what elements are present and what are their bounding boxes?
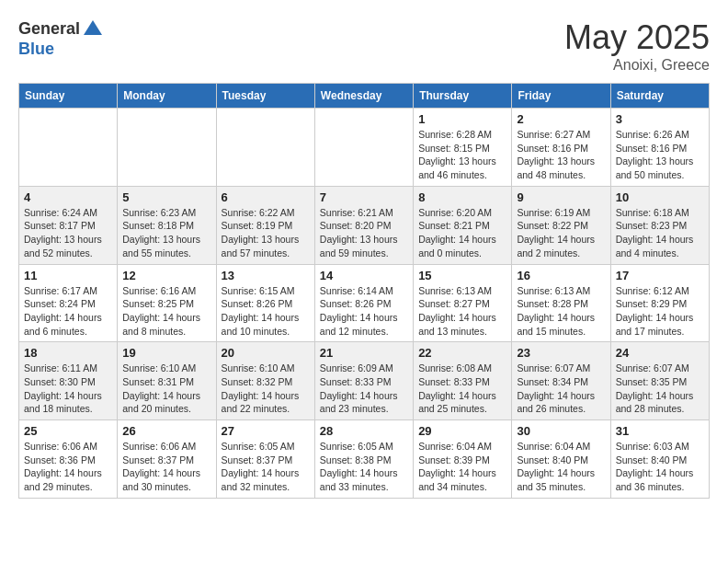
logo: General Blue (18, 18, 104, 59)
day-info: Sunrise: 6:03 AMSunset: 8:40 PMDaylight:… (616, 440, 704, 494)
day-info: Sunrise: 6:10 AMSunset: 8:32 PMDaylight:… (222, 362, 310, 416)
weekday-header-sunday: Sunday (19, 84, 118, 109)
day-number: 4 (24, 190, 112, 204)
day-number: 27 (222, 424, 310, 438)
calendar-cell: 14Sunrise: 6:14 AMSunset: 8:26 PMDayligh… (314, 264, 413, 342)
calendar-week-row: 1Sunrise: 6:28 AMSunset: 8:15 PMDaylight… (19, 109, 710, 187)
calendar-cell: 26Sunrise: 6:06 AMSunset: 8:37 PMDayligh… (118, 420, 216, 499)
day-info: Sunrise: 6:07 AMSunset: 8:35 PMDaylight:… (616, 362, 704, 416)
weekday-header-monday: Monday (118, 84, 216, 109)
calendar-cell: 9Sunrise: 6:19 AMSunset: 8:22 PMDaylight… (512, 186, 610, 264)
page-header: General Blue May 2025 Anoixi, Greece (18, 18, 710, 74)
calendar-cell: 30Sunrise: 6:04 AMSunset: 8:40 PMDayligh… (512, 420, 610, 499)
day-info: Sunrise: 6:16 AMSunset: 8:25 PMDaylight:… (122, 284, 210, 339)
calendar-week-row: 25Sunrise: 6:06 AMSunset: 8:36 PMDayligh… (19, 420, 710, 499)
day-number: 11 (24, 269, 112, 282)
calendar-cell: 6Sunrise: 6:22 AMSunset: 8:19 PMDaylight… (216, 186, 314, 264)
logo-icon (82, 18, 104, 40)
day-info: Sunrise: 6:10 AMSunset: 8:31 PMDaylight:… (122, 362, 210, 416)
weekday-header-wednesday: Wednesday (314, 84, 413, 109)
logo-general-text: General (18, 20, 80, 39)
calendar-cell: 13Sunrise: 6:15 AMSunset: 8:26 PMDayligh… (216, 264, 314, 342)
day-info: Sunrise: 6:09 AMSunset: 8:33 PMDaylight:… (320, 362, 408, 416)
calendar-cell: 4Sunrise: 6:24 AMSunset: 8:17 PMDaylight… (19, 186, 118, 264)
calendar-week-row: 18Sunrise: 6:11 AMSunset: 8:30 PMDayligh… (19, 342, 710, 420)
day-number: 17 (616, 269, 704, 282)
day-info: Sunrise: 6:05 AMSunset: 8:38 PMDaylight:… (320, 440, 408, 494)
day-info: Sunrise: 6:17 AMSunset: 8:24 PMDaylight:… (24, 284, 112, 339)
calendar-cell: 18Sunrise: 6:11 AMSunset: 8:30 PMDayligh… (19, 342, 118, 420)
calendar-cell: 10Sunrise: 6:18 AMSunset: 8:23 PMDayligh… (610, 186, 709, 264)
weekday-header-saturday: Saturday (610, 84, 709, 109)
calendar-cell: 17Sunrise: 6:12 AMSunset: 8:29 PMDayligh… (610, 264, 709, 342)
calendar-week-row: 4Sunrise: 6:24 AMSunset: 8:17 PMDaylight… (19, 186, 710, 264)
day-number: 14 (320, 269, 408, 282)
day-info: Sunrise: 6:04 AMSunset: 8:40 PMDaylight:… (517, 440, 605, 494)
calendar-cell: 16Sunrise: 6:13 AMSunset: 8:28 PMDayligh… (512, 264, 610, 342)
day-number: 28 (320, 424, 408, 438)
day-info: Sunrise: 6:23 AMSunset: 8:18 PMDaylight:… (122, 206, 210, 260)
calendar-cell: 20Sunrise: 6:10 AMSunset: 8:32 PMDayligh… (216, 342, 314, 420)
day-number: 18 (24, 346, 112, 360)
calendar-cell: 3Sunrise: 6:26 AMSunset: 8:16 PMDaylight… (610, 109, 709, 187)
day-number: 13 (222, 269, 310, 282)
title-block: May 2025 Anoixi, Greece (564, 18, 710, 74)
calendar-cell (314, 109, 413, 187)
calendar-cell: 5Sunrise: 6:23 AMSunset: 8:18 PMDaylight… (118, 186, 216, 264)
calendar-cell: 29Sunrise: 6:04 AMSunset: 8:39 PMDayligh… (414, 420, 512, 499)
day-number: 23 (517, 346, 605, 360)
day-number: 24 (616, 346, 704, 360)
calendar-cell: 31Sunrise: 6:03 AMSunset: 8:40 PMDayligh… (610, 420, 709, 499)
day-info: Sunrise: 6:06 AMSunset: 8:37 PMDaylight:… (122, 440, 210, 494)
calendar-cell: 23Sunrise: 6:07 AMSunset: 8:34 PMDayligh… (512, 342, 610, 420)
day-info: Sunrise: 6:26 AMSunset: 8:16 PMDaylight:… (616, 128, 704, 182)
day-info: Sunrise: 6:04 AMSunset: 8:39 PMDaylight:… (418, 440, 506, 494)
day-info: Sunrise: 6:11 AMSunset: 8:30 PMDaylight:… (24, 362, 112, 416)
day-number: 12 (122, 269, 210, 282)
calendar-cell: 28Sunrise: 6:05 AMSunset: 8:38 PMDayligh… (314, 420, 413, 499)
day-number: 2 (517, 112, 605, 126)
day-number: 29 (418, 424, 506, 438)
calendar-cell: 27Sunrise: 6:05 AMSunset: 8:37 PMDayligh… (216, 420, 314, 499)
day-info: Sunrise: 6:12 AMSunset: 8:29 PMDaylight:… (616, 284, 704, 339)
day-info: Sunrise: 6:07 AMSunset: 8:34 PMDaylight:… (517, 362, 605, 416)
calendar-cell: 22Sunrise: 6:08 AMSunset: 8:33 PMDayligh… (414, 342, 512, 420)
day-info: Sunrise: 6:22 AMSunset: 8:19 PMDaylight:… (222, 206, 310, 260)
logo-blue-text: Blue (18, 40, 104, 59)
day-number: 9 (517, 190, 605, 204)
day-info: Sunrise: 6:05 AMSunset: 8:37 PMDaylight:… (222, 440, 310, 494)
calendar-cell: 7Sunrise: 6:21 AMSunset: 8:20 PMDaylight… (314, 186, 413, 264)
calendar-cell: 19Sunrise: 6:10 AMSunset: 8:31 PMDayligh… (118, 342, 216, 420)
calendar-cell: 11Sunrise: 6:17 AMSunset: 8:24 PMDayligh… (19, 264, 118, 342)
day-number: 16 (517, 269, 605, 282)
day-info: Sunrise: 6:15 AMSunset: 8:26 PMDaylight:… (222, 284, 310, 339)
day-number: 10 (616, 190, 704, 204)
day-info: Sunrise: 6:13 AMSunset: 8:27 PMDaylight:… (418, 284, 506, 339)
location-subtitle: Anoixi, Greece (564, 57, 710, 74)
day-info: Sunrise: 6:27 AMSunset: 8:16 PMDaylight:… (517, 128, 605, 182)
calendar-cell: 1Sunrise: 6:28 AMSunset: 8:15 PMDaylight… (414, 109, 512, 187)
calendar-cell: 12Sunrise: 6:16 AMSunset: 8:25 PMDayligh… (118, 264, 216, 342)
day-number: 20 (222, 346, 310, 360)
calendar-cell: 15Sunrise: 6:13 AMSunset: 8:27 PMDayligh… (414, 264, 512, 342)
day-info: Sunrise: 6:28 AMSunset: 8:15 PMDaylight:… (418, 128, 506, 182)
day-info: Sunrise: 6:13 AMSunset: 8:28 PMDaylight:… (517, 284, 605, 339)
calendar-cell: 8Sunrise: 6:20 AMSunset: 8:21 PMDaylight… (414, 186, 512, 264)
day-info: Sunrise: 6:06 AMSunset: 8:36 PMDaylight:… (24, 440, 112, 494)
day-info: Sunrise: 6:24 AMSunset: 8:17 PMDaylight:… (24, 206, 112, 260)
day-number: 3 (616, 112, 704, 126)
day-number: 15 (418, 269, 506, 282)
month-title: May 2025 (564, 18, 710, 57)
day-info: Sunrise: 6:08 AMSunset: 8:33 PMDaylight:… (418, 362, 506, 416)
day-number: 7 (320, 190, 408, 204)
weekday-header-thursday: Thursday (414, 84, 512, 109)
day-number: 22 (418, 346, 506, 360)
day-info: Sunrise: 6:19 AMSunset: 8:22 PMDaylight:… (517, 206, 605, 260)
day-info: Sunrise: 6:18 AMSunset: 8:23 PMDaylight:… (616, 206, 704, 260)
calendar-week-row: 11Sunrise: 6:17 AMSunset: 8:24 PMDayligh… (19, 264, 710, 342)
calendar-cell (118, 109, 216, 187)
day-number: 26 (122, 424, 210, 438)
day-number: 5 (122, 190, 210, 204)
calendar-cell: 25Sunrise: 6:06 AMSunset: 8:36 PMDayligh… (19, 420, 118, 499)
calendar-cell: 24Sunrise: 6:07 AMSunset: 8:35 PMDayligh… (610, 342, 709, 420)
